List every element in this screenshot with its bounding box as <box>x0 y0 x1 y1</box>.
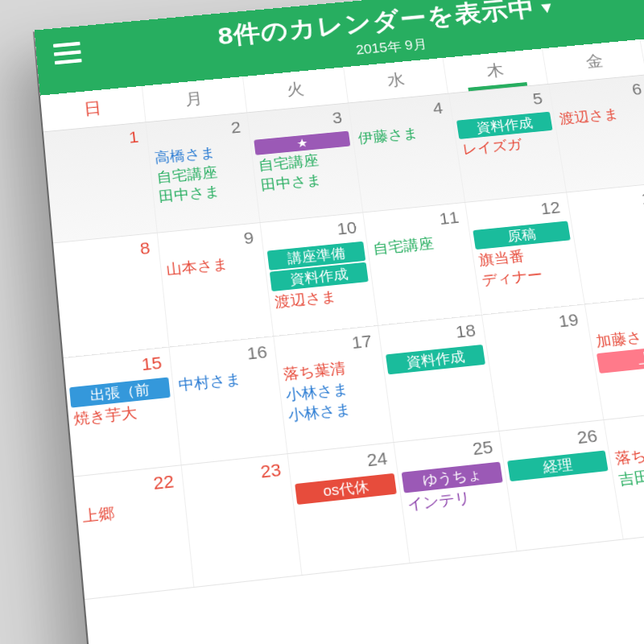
day-number: 8 <box>56 237 155 270</box>
day-cell[interactable]: 12原稿旗当番ディナー <box>465 192 584 314</box>
day-number: 23 <box>185 458 287 494</box>
dropdown-icon[interactable]: ▼ <box>537 0 557 17</box>
day-cell[interactable]: 4伊藤さま <box>349 94 465 213</box>
day-cell[interactable]: 23 <box>181 454 302 587</box>
day-cell[interactable]: 15出張（前焼き芋大 <box>64 348 182 477</box>
day-number: 20 <box>588 298 644 332</box>
day-cell[interactable]: 6渡辺さま <box>549 75 644 192</box>
day-cell[interactable]: 26経理 <box>499 420 623 551</box>
day-number: 13 <box>570 186 644 219</box>
day-cell[interactable]: 8 <box>53 233 169 358</box>
day-cell[interactable]: 2高橋さま自宅講座田中さま <box>146 113 261 232</box>
menu-icon[interactable] <box>53 42 82 65</box>
day-cell[interactable]: 25ゆうちょインテリ <box>394 431 518 563</box>
day-cell[interactable]: 1 <box>43 122 158 242</box>
calendar-screen: 8件のカレンダーを表示中▼ 2015年 9月 日月火水木金土 12高橋さま自宅講… <box>35 0 644 644</box>
day-cell[interactable]: 17落ち葉清小林さま小林さま <box>275 326 394 453</box>
day-cell[interactable]: 24os代休 <box>288 443 411 575</box>
day-cell[interactable]: 18資料作成 <box>378 316 499 442</box>
month-grid: 12高橋さま自宅講座田中さま3★自宅講座田中さま4伊藤さま5資料作成レイズガ6渡… <box>43 66 644 601</box>
day-cell[interactable]: 19 <box>482 304 604 431</box>
day-cell[interactable]: 16中村さま <box>169 336 288 464</box>
day-cell[interactable]: 3★自宅講座田中さま <box>248 103 364 222</box>
day-cell[interactable]: 22上郷 <box>74 465 194 599</box>
day-number: 1 <box>47 126 145 158</box>
day-cell[interactable]: 9山本さま <box>158 223 275 347</box>
day-cell[interactable]: 5資料作成レイズガ <box>449 85 567 202</box>
day-cell[interactable]: 11自宅講座 <box>364 203 482 325</box>
day-number: 19 <box>485 308 585 342</box>
day-cell[interactable]: 10講座準備資料作成渡辺さま <box>261 213 378 336</box>
